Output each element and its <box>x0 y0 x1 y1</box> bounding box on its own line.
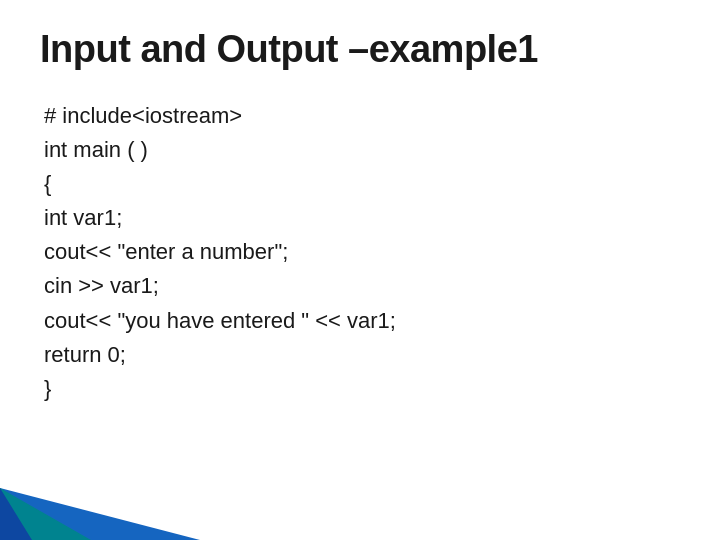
code-area: # include<iostream> int main ( ) { int v… <box>0 89 720 426</box>
slide-title: Input and Output –example1 <box>40 28 680 71</box>
code-line-2: int main ( ) <box>44 133 676 167</box>
code-line-4: int var1; <box>44 201 676 235</box>
code-line-7: cout<< "you have entered " << var1; <box>44 304 676 338</box>
bottom-decoration <box>0 488 720 540</box>
code-line-3: { <box>44 167 676 201</box>
code-line-5: cout<< "enter a number"; <box>44 235 676 269</box>
code-line-1: # include<iostream> <box>44 99 676 133</box>
code-line-8: return 0; <box>44 338 676 372</box>
code-line-6: cin >> var1; <box>44 269 676 303</box>
title-area: Input and Output –example1 <box>0 0 720 89</box>
code-line-9: } <box>44 372 676 406</box>
slide-container: Input and Output –example1 # include<ios… <box>0 0 720 540</box>
